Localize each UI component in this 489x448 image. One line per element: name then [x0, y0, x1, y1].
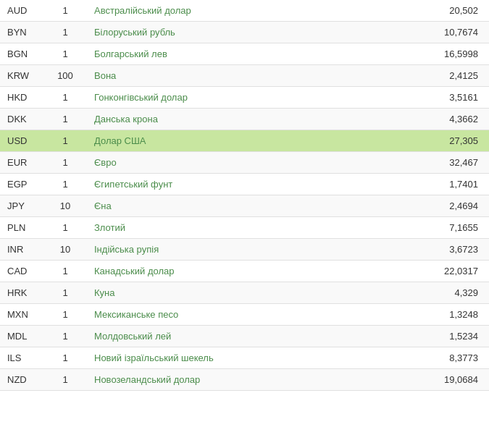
table-row: PLN1Злотий7,1655 — [0, 217, 489, 239]
currency-rate: 8,3773 — [376, 347, 489, 369]
currency-amount: 1 — [43, 326, 87, 347]
currency-code: PLN — [0, 217, 43, 239]
currency-code: INR — [0, 239, 43, 261]
currency-rate: 4,329 — [376, 282, 489, 304]
table-row: JPY10Єна2,4694 — [0, 195, 489, 217]
currency-code: USD — [0, 130, 43, 152]
currency-table: AUD1Австралійський долар20,502BYN1Білору… — [0, 0, 489, 391]
currency-name: Канадський долар — [87, 261, 376, 282]
table-row: DKK1Данська крона4,3662 — [0, 109, 489, 130]
table-row: CAD1Канадський долар22,0317 — [0, 261, 489, 282]
currency-code: KRW — [0, 65, 43, 87]
currency-rate: 22,0317 — [376, 261, 489, 282]
table-row: HKD1Гонконгівський долар3,5161 — [0, 87, 489, 109]
currency-name: Долар США — [87, 130, 376, 152]
currency-code: DKK — [0, 109, 43, 130]
currency-amount: 1 — [43, 152, 87, 174]
currency-rate: 4,3662 — [376, 109, 489, 130]
currency-name: Мексиканське песо — [87, 304, 376, 326]
currency-rate: 27,305 — [376, 130, 489, 152]
table-row: EGP1Єгипетський фунт1,7401 — [0, 174, 489, 195]
currency-code: NZD — [0, 369, 43, 391]
currency-code: AUD — [0, 0, 43, 22]
currency-name: Злотий — [87, 217, 376, 239]
currency-rate: 2,4694 — [376, 195, 489, 217]
currency-name: Індійська рупія — [87, 239, 376, 261]
table-row: USD1Долар США27,305 — [0, 130, 489, 152]
currency-code: JPY — [0, 195, 43, 217]
currency-code: BGN — [0, 43, 43, 65]
currency-code: EGP — [0, 174, 43, 195]
table-row: BYN1Білоруський рубль10,7674 — [0, 22, 489, 43]
currency-code: CAD — [0, 261, 43, 282]
currency-amount: 1 — [43, 261, 87, 282]
table-row: KRW100Вона2,4125 — [0, 65, 489, 87]
currency-rate: 32,467 — [376, 152, 489, 174]
currency-amount: 1 — [43, 109, 87, 130]
currency-name: Данська крона — [87, 109, 376, 130]
currency-name: Єна — [87, 195, 376, 217]
currency-amount: 10 — [43, 195, 87, 217]
currency-amount: 10 — [43, 239, 87, 261]
currency-name: Молдовський лей — [87, 326, 376, 347]
currency-name: Куна — [87, 282, 376, 304]
currency-amount: 1 — [43, 87, 87, 109]
currency-amount: 1 — [43, 0, 87, 22]
currency-rate: 20,502 — [376, 0, 489, 22]
currency-amount: 1 — [43, 347, 87, 369]
table-row: MXN1Мексиканське песо1,3248 — [0, 304, 489, 326]
table-row: MDL1Молдовський лей1,5234 — [0, 326, 489, 347]
currency-name: Новозеландський долар — [87, 369, 376, 391]
currency-amount: 1 — [43, 130, 87, 152]
currency-amount: 1 — [43, 282, 87, 304]
currency-amount: 1 — [43, 22, 87, 43]
table-row: INR10Індійська рупія3,6723 — [0, 239, 489, 261]
currency-code: BYN — [0, 22, 43, 43]
table-row: HRK1Куна4,329 — [0, 282, 489, 304]
table-row: NZD1Новозеландський долар19,0684 — [0, 369, 489, 391]
currency-rate: 3,6723 — [376, 239, 489, 261]
currency-name: Новий ізраїльський шекель — [87, 347, 376, 369]
currency-rate: 10,7674 — [376, 22, 489, 43]
currency-rate: 19,0684 — [376, 369, 489, 391]
currency-name: Білоруський рубль — [87, 22, 376, 43]
currency-amount: 1 — [43, 369, 87, 391]
currency-code: HRK — [0, 282, 43, 304]
currency-name: Євро — [87, 152, 376, 174]
currency-rate: 3,5161 — [376, 87, 489, 109]
currency-code: MXN — [0, 304, 43, 326]
currency-name: Болгарський лев — [87, 43, 376, 65]
currency-code: EUR — [0, 152, 43, 174]
currency-amount: 1 — [43, 43, 87, 65]
currency-rate: 1,7401 — [376, 174, 489, 195]
currency-name: Вона — [87, 65, 376, 87]
currency-rate: 1,5234 — [376, 326, 489, 347]
currency-rate: 16,5998 — [376, 43, 489, 65]
currency-name: Австралійський долар — [87, 0, 376, 22]
currency-code: HKD — [0, 87, 43, 109]
currency-rate: 1,3248 — [376, 304, 489, 326]
currency-rate: 7,1655 — [376, 217, 489, 239]
currency-code: ILS — [0, 347, 43, 369]
table-row: EUR1Євро32,467 — [0, 152, 489, 174]
currency-name: Єгипетський фунт — [87, 174, 376, 195]
currency-amount: 1 — [43, 304, 87, 326]
table-row: BGN1Болгарський лев16,5998 — [0, 43, 489, 65]
currency-name: Гонконгівський долар — [87, 87, 376, 109]
currency-amount: 1 — [43, 174, 87, 195]
table-row: AUD1Австралійський долар20,502 — [0, 0, 489, 22]
currency-rate: 2,4125 — [376, 65, 489, 87]
table-row: ILS1Новий ізраїльський шекель8,3773 — [0, 347, 489, 369]
currency-amount: 1 — [43, 217, 87, 239]
currency-code: MDL — [0, 326, 43, 347]
currency-amount: 100 — [43, 65, 87, 87]
